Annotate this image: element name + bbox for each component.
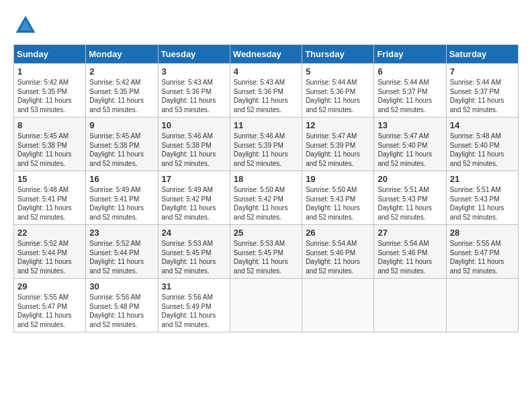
cell-content: Sunrise: 5:49 AM Sunset: 5:42 PM Dayligh… xyxy=(162,185,226,222)
calendar-cell: 20 Sunrise: 5:51 AM Sunset: 5:43 PM Dayl… xyxy=(374,171,446,225)
cell-content: Sunrise: 5:45 AM Sunset: 5:38 PM Dayligh… xyxy=(17,132,82,168)
calendar-cell: 12 Sunrise: 5:47 AM Sunset: 5:39 PM Dayl… xyxy=(302,118,374,171)
day-number: 22 xyxy=(17,228,82,238)
calendar-cell xyxy=(230,279,302,332)
calendar-cell: 16 Sunrise: 5:49 AM Sunset: 5:41 PM Dayl… xyxy=(86,171,158,225)
day-number: 21 xyxy=(450,174,515,184)
page-header xyxy=(13,13,519,38)
day-number: 31 xyxy=(162,281,226,291)
day-number: 30 xyxy=(89,281,154,291)
day-number: 8 xyxy=(17,120,82,130)
calendar-cell: 4 Sunrise: 5:43 AM Sunset: 5:36 PM Dayli… xyxy=(230,64,302,118)
calendar-cell xyxy=(302,279,374,332)
calendar-cell: 7 Sunrise: 5:44 AM Sunset: 5:37 PM Dayli… xyxy=(446,64,518,118)
day-number: 10 xyxy=(162,120,226,130)
calendar-cell: 13 Sunrise: 5:47 AM Sunset: 5:40 PM Dayl… xyxy=(374,118,446,171)
day-number: 15 xyxy=(17,174,82,184)
cell-content: Sunrise: 5:52 AM Sunset: 5:44 PM Dayligh… xyxy=(89,239,154,275)
col-header-sunday: Sunday xyxy=(14,45,86,64)
cell-content: Sunrise: 5:43 AM Sunset: 5:36 PM Dayligh… xyxy=(234,78,298,114)
cell-content: Sunrise: 5:52 AM Sunset: 5:44 PM Dayligh… xyxy=(17,239,82,275)
day-number: 19 xyxy=(306,174,370,184)
cell-content: Sunrise: 5:48 AM Sunset: 5:41 PM Dayligh… xyxy=(17,185,82,222)
logo-icon xyxy=(13,13,38,38)
cell-content: Sunrise: 5:53 AM Sunset: 5:45 PM Dayligh… xyxy=(234,239,298,275)
calendar-cell: 27 Sunrise: 5:54 AM Sunset: 5:46 PM Dayl… xyxy=(374,225,446,279)
calendar-cell: 6 Sunrise: 5:44 AM Sunset: 5:37 PM Dayli… xyxy=(374,64,446,118)
cell-content: Sunrise: 5:55 AM Sunset: 5:47 PM Dayligh… xyxy=(450,239,515,275)
calendar-cell: 3 Sunrise: 5:43 AM Sunset: 5:36 PM Dayli… xyxy=(158,64,230,118)
day-number: 9 xyxy=(89,120,154,130)
col-header-wednesday: Wednesday xyxy=(230,45,302,64)
calendar-cell: 22 Sunrise: 5:52 AM Sunset: 5:44 PM Dayl… xyxy=(14,225,86,279)
calendar-cell: 17 Sunrise: 5:49 AM Sunset: 5:42 PM Dayl… xyxy=(158,171,230,225)
cell-content: Sunrise: 5:45 AM Sunset: 5:38 PM Dayligh… xyxy=(89,132,154,168)
cell-content: Sunrise: 5:51 AM Sunset: 5:43 PM Dayligh… xyxy=(450,185,515,222)
calendar-cell xyxy=(374,279,446,332)
cell-content: Sunrise: 5:55 AM Sunset: 5:47 PM Dayligh… xyxy=(17,293,82,329)
calendar-cell: 31 Sunrise: 5:56 AM Sunset: 5:49 PM Dayl… xyxy=(158,279,230,332)
day-number: 29 xyxy=(17,281,82,291)
calendar-cell: 8 Sunrise: 5:45 AM Sunset: 5:38 PM Dayli… xyxy=(14,118,86,171)
day-number: 23 xyxy=(89,228,154,238)
calendar-cell: 5 Sunrise: 5:44 AM Sunset: 5:36 PM Dayli… xyxy=(302,64,374,118)
cell-content: Sunrise: 5:46 AM Sunset: 5:39 PM Dayligh… xyxy=(234,132,298,168)
logo xyxy=(13,13,42,38)
day-number: 20 xyxy=(378,174,442,184)
cell-content: Sunrise: 5:56 AM Sunset: 5:49 PM Dayligh… xyxy=(162,293,226,329)
day-number: 11 xyxy=(234,120,298,130)
calendar-cell: 25 Sunrise: 5:53 AM Sunset: 5:45 PM Dayl… xyxy=(230,225,302,279)
cell-content: Sunrise: 5:50 AM Sunset: 5:42 PM Dayligh… xyxy=(234,185,298,222)
day-number: 17 xyxy=(162,174,226,184)
cell-content: Sunrise: 5:54 AM Sunset: 5:46 PM Dayligh… xyxy=(306,239,370,275)
cell-content: Sunrise: 5:47 AM Sunset: 5:39 PM Dayligh… xyxy=(306,132,370,168)
day-number: 26 xyxy=(306,228,370,238)
cell-content: Sunrise: 5:48 AM Sunset: 5:40 PM Dayligh… xyxy=(450,132,515,168)
day-number: 14 xyxy=(450,120,515,130)
day-number: 4 xyxy=(234,66,298,77)
col-header-thursday: Thursday xyxy=(302,45,374,64)
calendar-cell: 24 Sunrise: 5:53 AM Sunset: 5:45 PM Dayl… xyxy=(158,225,230,279)
calendar-cell: 15 Sunrise: 5:48 AM Sunset: 5:41 PM Dayl… xyxy=(14,171,86,225)
cell-content: Sunrise: 5:44 AM Sunset: 5:36 PM Dayligh… xyxy=(306,78,370,114)
day-number: 28 xyxy=(450,228,515,238)
cell-content: Sunrise: 5:50 AM Sunset: 5:43 PM Dayligh… xyxy=(306,185,370,222)
calendar-cell xyxy=(446,279,518,332)
col-header-friday: Friday xyxy=(374,45,446,64)
day-number: 3 xyxy=(162,66,226,77)
day-number: 1 xyxy=(17,66,82,77)
calendar-cell: 19 Sunrise: 5:50 AM Sunset: 5:43 PM Dayl… xyxy=(302,171,374,225)
cell-content: Sunrise: 5:46 AM Sunset: 5:38 PM Dayligh… xyxy=(162,132,226,168)
calendar-cell: 18 Sunrise: 5:50 AM Sunset: 5:42 PM Dayl… xyxy=(230,171,302,225)
col-header-tuesday: Tuesday xyxy=(158,45,230,64)
calendar-cell: 1 Sunrise: 5:42 AM Sunset: 5:35 PM Dayli… xyxy=(14,64,86,118)
day-number: 27 xyxy=(378,228,442,238)
cell-content: Sunrise: 5:51 AM Sunset: 5:43 PM Dayligh… xyxy=(378,185,442,222)
calendar-cell: 10 Sunrise: 5:46 AM Sunset: 5:38 PM Dayl… xyxy=(158,118,230,171)
cell-content: Sunrise: 5:44 AM Sunset: 5:37 PM Dayligh… xyxy=(450,78,515,114)
cell-content: Sunrise: 5:49 AM Sunset: 5:41 PM Dayligh… xyxy=(89,185,154,222)
day-number: 13 xyxy=(378,120,442,130)
calendar-cell: 21 Sunrise: 5:51 AM Sunset: 5:43 PM Dayl… xyxy=(446,171,518,225)
cell-content: Sunrise: 5:54 AM Sunset: 5:46 PM Dayligh… xyxy=(378,239,442,275)
cell-content: Sunrise: 5:56 AM Sunset: 5:48 PM Dayligh… xyxy=(89,293,154,329)
col-header-saturday: Saturday xyxy=(446,45,518,64)
calendar-cell: 2 Sunrise: 5:42 AM Sunset: 5:35 PM Dayli… xyxy=(86,64,158,118)
day-number: 18 xyxy=(234,174,298,184)
cell-content: Sunrise: 5:44 AM Sunset: 5:37 PM Dayligh… xyxy=(378,78,442,114)
cell-content: Sunrise: 5:43 AM Sunset: 5:36 PM Dayligh… xyxy=(162,78,226,114)
day-number: 24 xyxy=(162,228,226,238)
cell-content: Sunrise: 5:53 AM Sunset: 5:45 PM Dayligh… xyxy=(162,239,226,275)
day-number: 5 xyxy=(306,66,370,77)
calendar-cell: 28 Sunrise: 5:55 AM Sunset: 5:47 PM Dayl… xyxy=(446,225,518,279)
cell-content: Sunrise: 5:42 AM Sunset: 5:35 PM Dayligh… xyxy=(89,78,154,114)
day-number: 6 xyxy=(378,66,442,77)
day-number: 16 xyxy=(89,174,154,184)
cell-content: Sunrise: 5:47 AM Sunset: 5:40 PM Dayligh… xyxy=(378,132,442,168)
day-number: 12 xyxy=(306,120,370,130)
calendar-cell: 9 Sunrise: 5:45 AM Sunset: 5:38 PM Dayli… xyxy=(86,118,158,171)
day-number: 25 xyxy=(234,228,298,238)
col-header-monday: Monday xyxy=(86,45,158,64)
calendar-cell: 30 Sunrise: 5:56 AM Sunset: 5:48 PM Dayl… xyxy=(86,279,158,332)
calendar-cell: 14 Sunrise: 5:48 AM Sunset: 5:40 PM Dayl… xyxy=(446,118,518,171)
